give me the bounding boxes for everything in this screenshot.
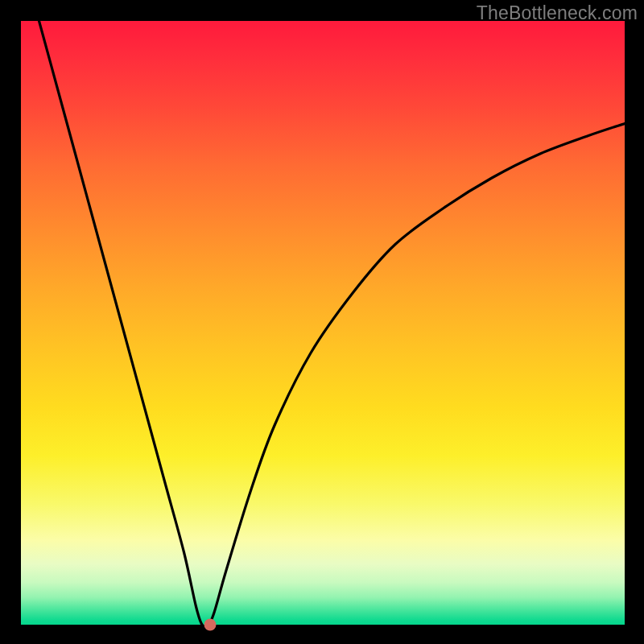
chart-area bbox=[21, 21, 625, 625]
watermark-text: TheBottleneck.com bbox=[477, 2, 638, 24]
optimal-point-marker bbox=[204, 619, 216, 631]
bottleneck-curve bbox=[21, 21, 625, 625]
